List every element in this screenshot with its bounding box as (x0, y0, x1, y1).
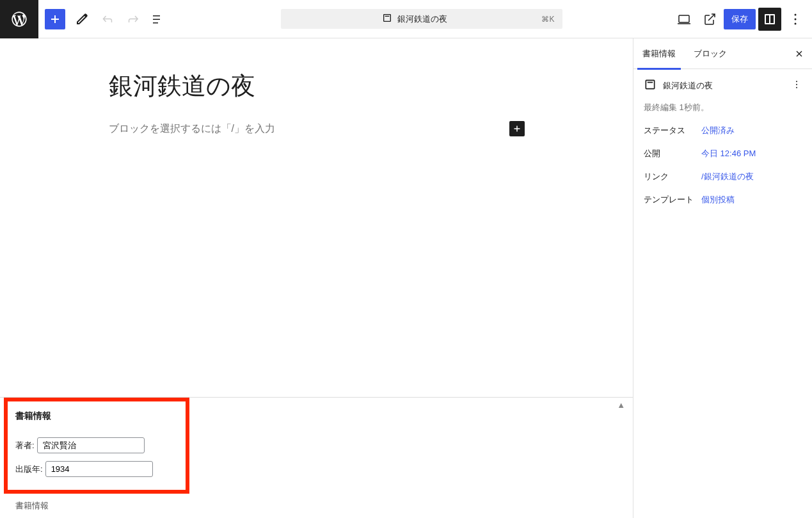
document-selector[interactable]: 銀河鉄道の夜 ⌘K (281, 9, 562, 29)
sidebar-doc-menu[interactable] (792, 79, 802, 92)
svg-point-2 (795, 18, 797, 20)
edit-button[interactable] (70, 8, 93, 31)
svg-point-3 (795, 22, 797, 24)
link-label: リンク (644, 171, 701, 182)
year-input[interactable] (45, 461, 153, 477)
settings-sidebar: 書籍情報 ブロック 銀河鉄道の夜 最終編集 1秒前。 (633, 38, 812, 518)
redo-button[interactable] (122, 8, 145, 31)
view-button[interactable] (673, 8, 696, 31)
svg-point-5 (796, 84, 797, 85)
template-label: テンプレート (644, 194, 701, 206)
post-title[interactable]: 銀河鉄道の夜 (109, 70, 525, 102)
sidebar-close-button[interactable] (790, 45, 808, 63)
document-icon (382, 13, 392, 25)
document-icon (644, 78, 657, 93)
editor-area: 銀河鉄道の夜 ブロックを選択するには「/」を入力 ▲ 書籍情報 著者: (0, 38, 633, 518)
document-title: 銀河鉄道の夜 (397, 13, 447, 25)
svg-point-4 (796, 81, 797, 82)
status-label: ステータス (644, 125, 701, 136)
svg-point-1 (795, 13, 797, 15)
wordpress-logo[interactable] (0, 0, 38, 38)
metabox-title: 書籍情報 (15, 410, 178, 422)
metabox-highlight: 書籍情報 著者: 出版年: (4, 398, 189, 494)
year-label: 出版年: (15, 464, 43, 475)
author-label: 著者: (15, 440, 35, 451)
template-value[interactable]: 個別投稿 (701, 194, 735, 206)
list-view-button[interactable] (147, 8, 170, 31)
publish-label: 公開 (644, 148, 701, 159)
undo-button[interactable] (96, 8, 119, 31)
add-block-button[interactable] (45, 9, 65, 29)
shortcut-hint: ⌘K (541, 15, 554, 24)
external-link-button[interactable] (698, 8, 721, 31)
link-value[interactable]: /銀河鉄道の夜 (701, 171, 754, 182)
svg-point-6 (796, 87, 797, 88)
metabox-footer-link[interactable]: 書籍情報 (0, 494, 633, 518)
last-edit-text: 最終編集 1秒前。 (644, 102, 802, 113)
save-button[interactable]: 保存 (724, 9, 756, 29)
tab-block[interactable]: ブロック (685, 38, 736, 69)
tab-book-info[interactable]: 書籍情報 (633, 38, 685, 69)
more-options-button[interactable] (784, 8, 807, 31)
settings-panel-toggle[interactable] (758, 8, 781, 31)
status-value[interactable]: 公開済み (701, 125, 735, 136)
block-placeholder-text[interactable]: ブロックを選択するには「/」を入力 (109, 122, 275, 136)
top-toolbar: 銀河鉄道の夜 ⌘K 保存 (0, 0, 812, 38)
metabox-collapse-toggle[interactable]: ▲ (617, 400, 625, 410)
author-input[interactable] (37, 437, 145, 453)
svg-rect-0 (679, 15, 689, 22)
sidebar-doc-title: 銀河鉄道の夜 (663, 80, 785, 92)
publish-value[interactable]: 今日 12:46 PM (701, 148, 756, 159)
add-block-inline-button[interactable] (509, 121, 525, 136)
